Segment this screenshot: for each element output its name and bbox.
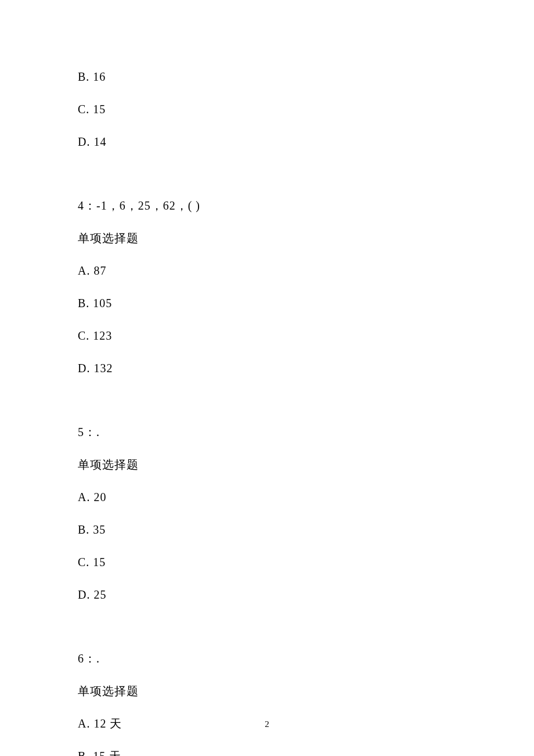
q6-option-b: B. 15 天 bbox=[78, 748, 456, 756]
q3-option-c: C. 15 bbox=[78, 101, 456, 117]
q4-subtype: 单项选择题 bbox=[78, 230, 456, 246]
q5-subtype: 单项选择题 bbox=[78, 456, 456, 473]
q6-title: 6：. bbox=[78, 650, 456, 667]
document-content: B. 16 C. 15 D. 14 4：-1，6，25，62，( ) 单项选择题… bbox=[0, 0, 534, 756]
q4-option-b: B. 105 bbox=[78, 295, 456, 311]
page-number: 2 bbox=[0, 719, 534, 729]
q6-subtype: 单项选择题 bbox=[78, 683, 456, 699]
q5-option-c: C. 15 bbox=[78, 554, 456, 570]
q5-option-b: B. 35 bbox=[78, 521, 456, 538]
q3-option-d: D. 14 bbox=[78, 134, 456, 150]
q4-title: 4：-1，6，25，62，( ) bbox=[78, 197, 456, 214]
q3-option-b: B. 16 bbox=[78, 69, 456, 85]
q5-option-d: D. 25 bbox=[78, 586, 456, 603]
spacer bbox=[78, 166, 456, 197]
q4-option-c: C. 123 bbox=[78, 327, 456, 344]
q5-option-a: A. 20 bbox=[78, 489, 456, 505]
q4-option-a: A. 87 bbox=[78, 262, 456, 279]
spacer bbox=[78, 393, 456, 424]
q5-title: 5：. bbox=[78, 424, 456, 440]
spacer bbox=[78, 619, 456, 650]
q4-option-d: D. 132 bbox=[78, 360, 456, 376]
